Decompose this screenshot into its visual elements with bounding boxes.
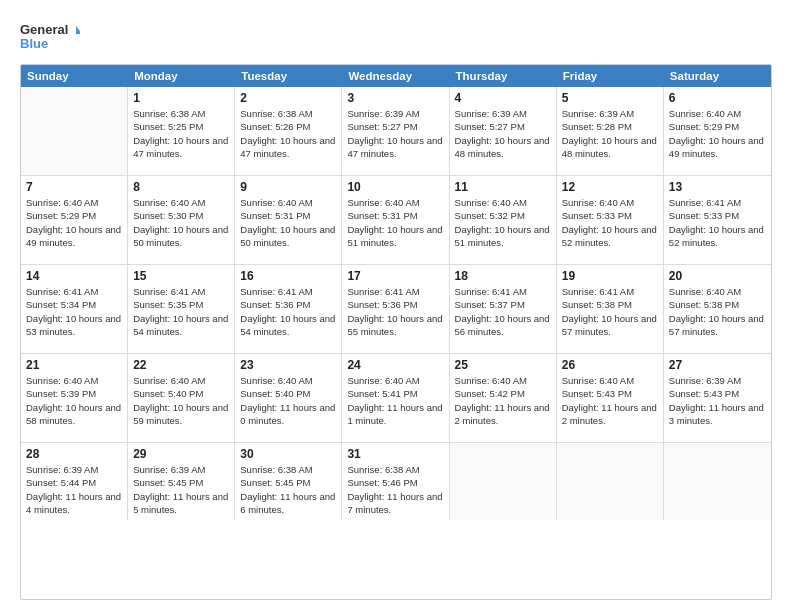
cal-cell-4-7: 27Sunrise: 6:39 AMSunset: 5:43 PMDayligh… (664, 354, 771, 442)
cell-info: Sunrise: 6:40 AMSunset: 5:30 PMDaylight:… (133, 196, 229, 249)
cal-cell-1-3: 2Sunrise: 6:38 AMSunset: 5:26 PMDaylight… (235, 87, 342, 175)
cal-cell-1-1 (21, 87, 128, 175)
cal-cell-3-7: 20Sunrise: 6:40 AMSunset: 5:38 PMDayligh… (664, 265, 771, 353)
cal-cell-4-2: 22Sunrise: 6:40 AMSunset: 5:40 PMDayligh… (128, 354, 235, 442)
day-number: 2 (240, 91, 336, 105)
calendar-row-4: 21Sunrise: 6:40 AMSunset: 5:39 PMDayligh… (21, 354, 771, 443)
day-number: 14 (26, 269, 122, 283)
day-number: 28 (26, 447, 122, 461)
calendar-row-3: 14Sunrise: 6:41 AMSunset: 5:34 PMDayligh… (21, 265, 771, 354)
calendar-row-5: 28Sunrise: 6:39 AMSunset: 5:44 PMDayligh… (21, 443, 771, 520)
cell-info: Sunrise: 6:39 AMSunset: 5:44 PMDaylight:… (26, 463, 122, 516)
day-number: 17 (347, 269, 443, 283)
weekday-header-saturday: Saturday (664, 65, 771, 87)
svg-marker-2 (76, 26, 80, 34)
cell-info: Sunrise: 6:38 AMSunset: 5:25 PMDaylight:… (133, 107, 229, 160)
cell-info: Sunrise: 6:41 AMSunset: 5:33 PMDaylight:… (669, 196, 766, 249)
day-number: 10 (347, 180, 443, 194)
cal-cell-1-5: 4Sunrise: 6:39 AMSunset: 5:27 PMDaylight… (450, 87, 557, 175)
cal-cell-1-7: 6Sunrise: 6:40 AMSunset: 5:29 PMDaylight… (664, 87, 771, 175)
day-number: 18 (455, 269, 551, 283)
cell-info: Sunrise: 6:40 AMSunset: 5:29 PMDaylight:… (669, 107, 766, 160)
cell-info: Sunrise: 6:41 AMSunset: 5:36 PMDaylight:… (347, 285, 443, 338)
cell-info: Sunrise: 6:40 AMSunset: 5:31 PMDaylight:… (347, 196, 443, 249)
weekday-header-sunday: Sunday (21, 65, 128, 87)
day-number: 19 (562, 269, 658, 283)
cell-info: Sunrise: 6:40 AMSunset: 5:38 PMDaylight:… (669, 285, 766, 338)
calendar: SundayMondayTuesdayWednesdayThursdayFrid… (20, 64, 772, 600)
cal-cell-2-4: 10Sunrise: 6:40 AMSunset: 5:31 PMDayligh… (342, 176, 449, 264)
cal-cell-2-7: 13Sunrise: 6:41 AMSunset: 5:33 PMDayligh… (664, 176, 771, 264)
day-number: 4 (455, 91, 551, 105)
cell-info: Sunrise: 6:40 AMSunset: 5:39 PMDaylight:… (26, 374, 122, 427)
weekday-header-friday: Friday (557, 65, 664, 87)
cell-info: Sunrise: 6:41 AMSunset: 5:37 PMDaylight:… (455, 285, 551, 338)
cal-cell-5-7 (664, 443, 771, 520)
cell-info: Sunrise: 6:38 AMSunset: 5:46 PMDaylight:… (347, 463, 443, 516)
day-number: 5 (562, 91, 658, 105)
day-number: 8 (133, 180, 229, 194)
day-number: 15 (133, 269, 229, 283)
cell-info: Sunrise: 6:41 AMSunset: 5:36 PMDaylight:… (240, 285, 336, 338)
day-number: 20 (669, 269, 766, 283)
day-number: 24 (347, 358, 443, 372)
cell-info: Sunrise: 6:40 AMSunset: 5:31 PMDaylight:… (240, 196, 336, 249)
svg-text:General: General (20, 22, 68, 37)
cal-cell-2-2: 8Sunrise: 6:40 AMSunset: 5:30 PMDaylight… (128, 176, 235, 264)
cal-cell-4-6: 26Sunrise: 6:40 AMSunset: 5:43 PMDayligh… (557, 354, 664, 442)
day-number: 23 (240, 358, 336, 372)
cell-info: Sunrise: 6:38 AMSunset: 5:26 PMDaylight:… (240, 107, 336, 160)
cal-cell-3-4: 17Sunrise: 6:41 AMSunset: 5:36 PMDayligh… (342, 265, 449, 353)
weekday-header-wednesday: Wednesday (342, 65, 449, 87)
cell-info: Sunrise: 6:40 AMSunset: 5:42 PMDaylight:… (455, 374, 551, 427)
cell-info: Sunrise: 6:40 AMSunset: 5:33 PMDaylight:… (562, 196, 658, 249)
cal-cell-4-1: 21Sunrise: 6:40 AMSunset: 5:39 PMDayligh… (21, 354, 128, 442)
day-number: 25 (455, 358, 551, 372)
cell-info: Sunrise: 6:39 AMSunset: 5:28 PMDaylight:… (562, 107, 658, 160)
weekday-header-monday: Monday (128, 65, 235, 87)
day-number: 1 (133, 91, 229, 105)
cell-info: Sunrise: 6:39 AMSunset: 5:27 PMDaylight:… (455, 107, 551, 160)
cell-info: Sunrise: 6:39 AMSunset: 5:45 PMDaylight:… (133, 463, 229, 516)
cell-info: Sunrise: 6:40 AMSunset: 5:41 PMDaylight:… (347, 374, 443, 427)
logo-svg: General Blue (20, 18, 80, 54)
cell-info: Sunrise: 6:41 AMSunset: 5:34 PMDaylight:… (26, 285, 122, 338)
cal-cell-3-5: 18Sunrise: 6:41 AMSunset: 5:37 PMDayligh… (450, 265, 557, 353)
day-number: 26 (562, 358, 658, 372)
day-number: 3 (347, 91, 443, 105)
cell-info: Sunrise: 6:39 AMSunset: 5:27 PMDaylight:… (347, 107, 443, 160)
cal-cell-2-1: 7Sunrise: 6:40 AMSunset: 5:29 PMDaylight… (21, 176, 128, 264)
cal-cell-3-1: 14Sunrise: 6:41 AMSunset: 5:34 PMDayligh… (21, 265, 128, 353)
cell-info: Sunrise: 6:40 AMSunset: 5:29 PMDaylight:… (26, 196, 122, 249)
cell-info: Sunrise: 6:39 AMSunset: 5:43 PMDaylight:… (669, 374, 766, 427)
cell-info: Sunrise: 6:41 AMSunset: 5:35 PMDaylight:… (133, 285, 229, 338)
weekday-header-tuesday: Tuesday (235, 65, 342, 87)
day-number: 7 (26, 180, 122, 194)
day-number: 27 (669, 358, 766, 372)
cell-info: Sunrise: 6:40 AMSunset: 5:40 PMDaylight:… (133, 374, 229, 427)
cal-cell-4-3: 23Sunrise: 6:40 AMSunset: 5:40 PMDayligh… (235, 354, 342, 442)
cell-info: Sunrise: 6:41 AMSunset: 5:38 PMDaylight:… (562, 285, 658, 338)
day-number: 31 (347, 447, 443, 461)
page: General Blue SundayMondayTuesdayWednesda… (0, 0, 792, 612)
cal-cell-5-3: 30Sunrise: 6:38 AMSunset: 5:45 PMDayligh… (235, 443, 342, 520)
header: General Blue (20, 18, 772, 54)
weekday-header-thursday: Thursday (450, 65, 557, 87)
day-number: 21 (26, 358, 122, 372)
cell-info: Sunrise: 6:40 AMSunset: 5:43 PMDaylight:… (562, 374, 658, 427)
calendar-body: 1Sunrise: 6:38 AMSunset: 5:25 PMDaylight… (21, 87, 771, 520)
day-number: 22 (133, 358, 229, 372)
cell-info: Sunrise: 6:40 AMSunset: 5:32 PMDaylight:… (455, 196, 551, 249)
day-number: 16 (240, 269, 336, 283)
cell-info: Sunrise: 6:40 AMSunset: 5:40 PMDaylight:… (240, 374, 336, 427)
cal-cell-5-2: 29Sunrise: 6:39 AMSunset: 5:45 PMDayligh… (128, 443, 235, 520)
cal-cell-4-5: 25Sunrise: 6:40 AMSunset: 5:42 PMDayligh… (450, 354, 557, 442)
day-number: 11 (455, 180, 551, 194)
day-number: 13 (669, 180, 766, 194)
cal-cell-2-3: 9Sunrise: 6:40 AMSunset: 5:31 PMDaylight… (235, 176, 342, 264)
cal-cell-3-6: 19Sunrise: 6:41 AMSunset: 5:38 PMDayligh… (557, 265, 664, 353)
cal-cell-2-6: 12Sunrise: 6:40 AMSunset: 5:33 PMDayligh… (557, 176, 664, 264)
day-number: 12 (562, 180, 658, 194)
day-number: 30 (240, 447, 336, 461)
cal-cell-3-3: 16Sunrise: 6:41 AMSunset: 5:36 PMDayligh… (235, 265, 342, 353)
